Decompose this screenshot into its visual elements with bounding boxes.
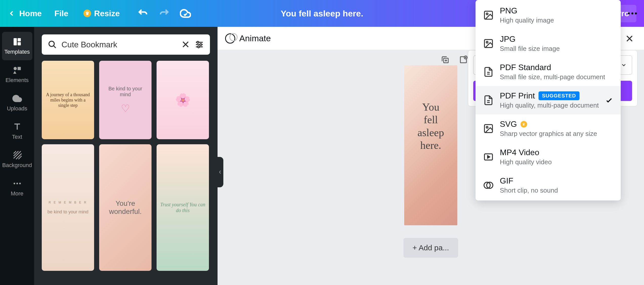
- nav-text[interactable]: Text: [2, 117, 32, 145]
- svg-point-11: [198, 46, 200, 48]
- format-desc: Small file size image: [500, 45, 613, 53]
- svg-point-10: [200, 44, 202, 46]
- svg-point-5: [13, 183, 15, 184]
- nav-label: Text: [12, 134, 22, 140]
- text-icon: [12, 122, 22, 132]
- uploads-icon: [12, 94, 22, 103]
- close-download-panel-button[interactable]: ✕: [625, 33, 634, 45]
- gif-icon: [483, 180, 494, 191]
- search-icon: [48, 40, 57, 49]
- chevron-left-icon: [8, 9, 16, 17]
- svg-point-8: [49, 41, 54, 47]
- templates-panel: ✕ A journey of a thousand miles begins w…: [34, 27, 218, 285]
- nav-uploads[interactable]: Uploads: [2, 89, 32, 117]
- format-desc: High quality, multi-page document: [500, 101, 599, 109]
- nav-label: Templates: [4, 49, 30, 55]
- svg-point-20: [486, 126, 488, 128]
- add-page-button[interactable]: [459, 55, 468, 64]
- home-button[interactable]: Home: [8, 9, 42, 18]
- design-canvas[interactable]: Youfellasleephere.: [404, 65, 457, 225]
- duplicate-page-button[interactable]: [441, 55, 450, 64]
- templates-icon: [12, 37, 22, 47]
- check-icon: [605, 96, 613, 104]
- template-thumb[interactable]: A journey of a thousand miles begins wit…: [42, 61, 94, 139]
- format-option-gif[interactable]: GIF Short clip, no sound: [476, 171, 621, 199]
- canvas-text[interactable]: Youfellasleephere.: [418, 101, 444, 152]
- more-icon: [12, 179, 22, 188]
- format-desc: High quality video: [500, 158, 613, 166]
- nav-templates[interactable]: Templates: [2, 32, 32, 60]
- elements-icon: [12, 65, 22, 75]
- format-option-png[interactable]: PNG High quality image: [476, 1, 621, 29]
- undo-button[interactable]: [137, 8, 148, 19]
- cloud-check-icon: [180, 8, 191, 19]
- chevron-down-icon: [621, 62, 627, 68]
- template-thumb[interactable]: You're wonderful.: [99, 144, 152, 271]
- redo-button[interactable]: [159, 8, 170, 19]
- nav-label: Uploads: [7, 105, 27, 112]
- nav-label: Elements: [6, 77, 29, 84]
- format-option-pdf-print[interactable]: PDF Print SUGGESTED High quality, multi-…: [476, 86, 621, 114]
- format-desc: High quality image: [500, 16, 613, 24]
- format-title: PDF Print: [500, 91, 535, 100]
- document-title[interactable]: You fell asleep here.: [281, 9, 363, 18]
- thumb-text: be kind to your mind: [47, 209, 88, 214]
- left-nav: Templates Elements Uploads Text Backgrou…: [0, 27, 34, 285]
- animate-icon: [225, 33, 235, 44]
- nav-more[interactable]: More: [2, 174, 32, 202]
- format-title: PNG: [500, 6, 517, 15]
- chevron-left-icon: [219, 170, 222, 175]
- clear-search-button[interactable]: ✕: [181, 40, 190, 49]
- format-option-pdf-standard[interactable]: PDF Standard Small file size, multi-page…: [476, 58, 621, 86]
- template-thumb[interactable]: 🌸: [157, 61, 209, 139]
- format-desc: Small file size, multi-page document: [500, 73, 613, 81]
- collapse-panel-button[interactable]: [217, 157, 223, 187]
- suggested-badge: SUGGESTED: [539, 91, 580, 100]
- download-format-dropdown: PNG High quality image JPG Small file si…: [476, 0, 621, 200]
- image-icon: [483, 123, 494, 134]
- crown-icon: [83, 10, 91, 17]
- format-title: GIF: [500, 176, 513, 186]
- home-label: Home: [19, 9, 42, 18]
- format-option-svg[interactable]: SVG Sharp vector graphics at any size: [476, 114, 621, 143]
- svg-rect-4: [17, 67, 21, 70]
- template-thumb[interactable]: Trust yourself You can do this: [157, 144, 209, 271]
- file-button[interactable]: File: [54, 9, 68, 18]
- svg-point-18: [486, 41, 488, 43]
- background-icon: [12, 150, 22, 160]
- search-input[interactable]: [61, 40, 181, 49]
- more-menu-button[interactable]: [628, 12, 637, 14]
- image-icon: [483, 38, 494, 49]
- template-grid[interactable]: A journey of a thousand miles begins wit…: [42, 61, 210, 276]
- redo-icon: [159, 8, 170, 19]
- format-desc: Sharp vector graphics at any size: [500, 130, 613, 138]
- thumb-text: R E M E M B E R: [47, 201, 88, 204]
- template-thumb[interactable]: R E M E M B E Rbe kind to your mind: [42, 144, 94, 271]
- nav-elements[interactable]: Elements: [2, 60, 32, 89]
- svg-point-16: [486, 13, 488, 15]
- svg-point-7: [19, 183, 20, 184]
- resize-label: Resize: [94, 9, 120, 18]
- format-title: JPG: [500, 34, 516, 44]
- undo-icon: [137, 8, 148, 19]
- nav-label: Background: [2, 162, 32, 169]
- page-tools: [441, 55, 468, 64]
- template-thumb[interactable]: Be kind to your mind♡: [99, 61, 152, 139]
- cloud-sync-button[interactable]: [180, 8, 191, 19]
- resize-button[interactable]: Resize: [83, 9, 120, 18]
- format-option-jpg[interactable]: JPG Small file size image: [476, 29, 621, 58]
- format-option-mp4[interactable]: MP4 Video High quality video: [476, 143, 621, 171]
- document-icon: [483, 67, 494, 77]
- format-title: MP4 Video: [500, 148, 539, 157]
- nav-label: More: [11, 190, 23, 197]
- svg-rect-2: [17, 42, 21, 46]
- add-page-button-bottom[interactable]: + Add pa...: [403, 238, 458, 258]
- format-title: SVG: [500, 119, 517, 129]
- animate-button[interactable]: Animate: [225, 33, 271, 44]
- animate-label: Animate: [239, 33, 271, 43]
- thumb-text: Be kind to your mind: [109, 86, 142, 97]
- filter-button[interactable]: [195, 40, 204, 49]
- video-icon: [483, 152, 494, 162]
- nav-background[interactable]: Background: [2, 145, 32, 174]
- image-icon: [483, 10, 494, 21]
